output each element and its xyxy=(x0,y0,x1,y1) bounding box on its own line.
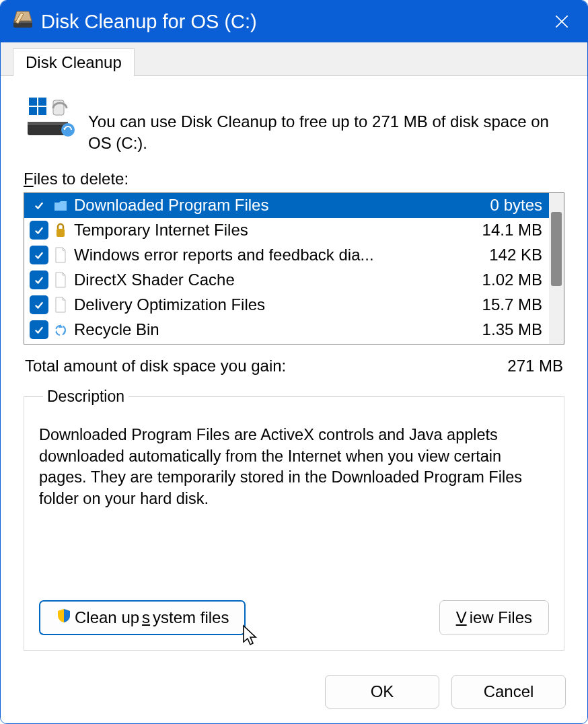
recycle-icon xyxy=(52,320,69,339)
list-item[interactable]: Windows error reports and feedback dia..… xyxy=(24,243,549,268)
close-icon xyxy=(553,13,571,30)
scrollbar[interactable] xyxy=(549,193,564,344)
item-name: Downloaded Program Files xyxy=(73,196,464,215)
lock-icon xyxy=(52,221,69,240)
disk-cleanup-dialog: Disk Cleanup for OS (C:) Disk Cleanup xyxy=(0,0,588,724)
checkbox[interactable] xyxy=(30,196,48,215)
file-icon xyxy=(52,246,69,264)
svg-rect-4 xyxy=(29,107,37,115)
file-icon xyxy=(52,295,69,314)
titlebar: Disk Cleanup for OS (C:) xyxy=(1,1,587,42)
files-to-delete-label: Files to delete: xyxy=(24,170,564,188)
check-icon xyxy=(33,324,45,336)
shield-icon xyxy=(56,608,72,628)
cancel-button[interactable]: Cancel xyxy=(451,675,566,709)
list-item[interactable]: Temporary Internet Files 14.1 MB xyxy=(24,218,549,243)
intro-text: You can use Disk Cleanup to free up to 2… xyxy=(88,95,564,155)
view-files-button[interactable]: View Files xyxy=(439,600,549,635)
files-list: Downloaded Program Files 0 bytes Tempora… xyxy=(24,192,564,345)
description-group: Description Downloaded Program Files are… xyxy=(24,388,564,651)
item-size: 1.02 MB xyxy=(468,270,542,289)
item-name: Windows error reports and feedback dia..… xyxy=(73,246,464,264)
total-row: Total amount of disk space you gain: 271… xyxy=(25,357,563,375)
svg-point-9 xyxy=(61,123,75,137)
tab-disk-cleanup[interactable]: Disk Cleanup xyxy=(13,48,135,76)
checkbox[interactable] xyxy=(30,221,48,240)
item-name: Delivery Optimization Files xyxy=(73,295,464,314)
list-item[interactable]: Downloaded Program Files 0 bytes xyxy=(24,193,549,218)
list-item[interactable]: Delivery Optimization Files 15.7 MB xyxy=(24,293,549,318)
description-legend: Description xyxy=(43,388,128,406)
item-name: Recycle Bin xyxy=(73,320,464,339)
list-item[interactable]: DirectX Shader Cache 1.02 MB xyxy=(24,268,549,293)
checkbox[interactable] xyxy=(30,270,48,289)
window-title: Disk Cleanup for OS (C:) xyxy=(41,11,542,33)
check-icon xyxy=(33,199,45,211)
close-button[interactable] xyxy=(542,1,582,42)
scrollbar-thumb[interactable] xyxy=(551,212,562,286)
svg-rect-3 xyxy=(38,98,46,106)
item-size: 142 KB xyxy=(468,246,542,264)
description-text: Downloaded Program Files are ActiveX con… xyxy=(39,425,549,587)
item-size: 0 bytes xyxy=(468,196,542,215)
item-name: Temporary Internet Files xyxy=(73,221,464,240)
check-icon xyxy=(33,299,45,311)
check-icon xyxy=(33,224,45,236)
clean-up-system-files-button[interactable]: Clean up system files xyxy=(39,600,246,635)
checkbox[interactable] xyxy=(30,320,48,339)
svg-rect-2 xyxy=(29,98,37,106)
total-value: 271 MB xyxy=(507,357,563,375)
file-icon xyxy=(52,270,69,289)
tab-strip: Disk Cleanup xyxy=(1,42,587,76)
svg-rect-10 xyxy=(57,229,65,237)
item-size: 14.1 MB xyxy=(468,221,542,240)
ok-button[interactable]: OK xyxy=(325,675,439,709)
folder-blue-icon xyxy=(52,196,69,215)
check-icon xyxy=(33,249,45,261)
check-icon xyxy=(33,274,45,286)
total-label: Total amount of disk space you gain: xyxy=(25,357,507,375)
svg-rect-5 xyxy=(38,107,46,115)
list-item[interactable]: Recycle Bin 1.35 MB xyxy=(24,318,549,342)
item-size: 1.35 MB xyxy=(468,320,542,339)
item-size: 15.7 MB xyxy=(468,295,542,314)
disk-cleanup-app-icon xyxy=(11,9,34,34)
intro-row: You can use Disk Cleanup to free up to 2… xyxy=(26,95,564,155)
dialog-footer: OK Cancel xyxy=(1,663,587,723)
checkbox[interactable] xyxy=(30,246,48,264)
disk-cleanup-large-icon xyxy=(26,95,76,141)
item-name: DirectX Shader Cache xyxy=(73,270,464,289)
content-area: You can use Disk Cleanup to free up to 2… xyxy=(1,75,587,663)
checkbox[interactable] xyxy=(30,295,48,314)
svg-rect-7 xyxy=(28,122,68,125)
